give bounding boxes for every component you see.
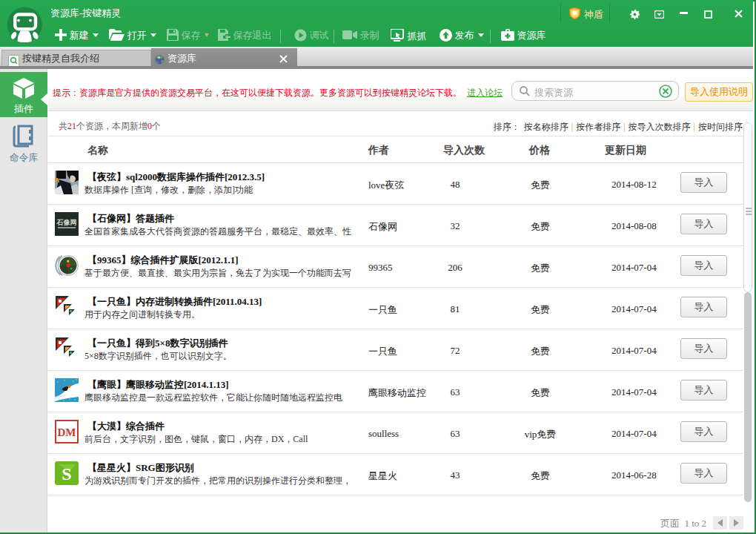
svg-text:S: S — [62, 464, 71, 484]
svg-text:DM: DM — [58, 426, 76, 438]
svg-text:石像网: 石像网 — [56, 219, 77, 226]
